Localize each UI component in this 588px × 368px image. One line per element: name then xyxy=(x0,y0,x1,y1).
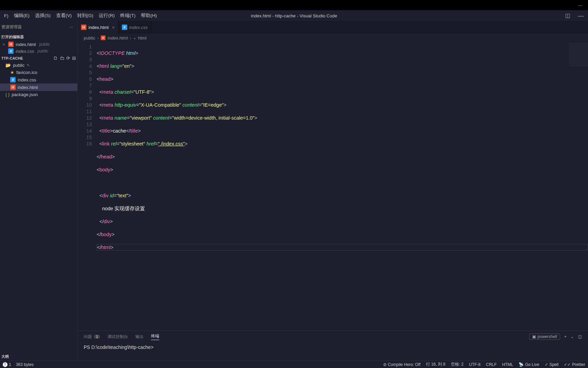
tree-folder-public[interactable]: 📂 public ↖ xyxy=(0,62,77,69)
panel-tab-debug[interactable]: 调试控制台 xyxy=(108,334,128,340)
warning-icon: ! xyxy=(3,362,7,367)
project-header[interactable]: TTP-CACHE 🗋 🗀 ⟳ ⊟ xyxy=(0,55,77,62)
html-file-icon: H xyxy=(101,35,105,40)
breadcrumb-item[interactable]: public xyxy=(84,35,95,41)
window-minimize-icon[interactable]: — xyxy=(578,3,583,8)
open-editor-path: public xyxy=(37,49,48,53)
tree-label: favicon.ico xyxy=(16,70,37,75)
menu-goto[interactable]: 转到(G) xyxy=(75,11,96,20)
check-icon: ✓✓ xyxy=(564,362,571,367)
line-gutter: 12345678 910111213141516 xyxy=(78,42,97,331)
tree-file-html[interactable]: H index.html xyxy=(0,83,77,91)
new-file-icon[interactable]: 🗋 xyxy=(53,56,58,61)
explorer-title: 资源管理器 xyxy=(1,24,22,30)
status-spell[interactable]: ✓ Spell xyxy=(545,362,559,367)
html-file-icon: H xyxy=(10,85,16,90)
status-go-live[interactable]: 📡 Go Live xyxy=(519,362,539,367)
layout-icon[interactable]: ◫ xyxy=(565,12,570,19)
folder-icon: 📂 xyxy=(5,63,11,68)
tree-label: package.json xyxy=(12,92,38,97)
refresh-icon[interactable]: ⟳ xyxy=(66,56,70,61)
project-name: TTP-CACHE xyxy=(1,56,23,60)
tab-index-html[interactable]: H index.html × xyxy=(78,21,118,33)
status-eol[interactable]: CRLF xyxy=(486,362,496,367)
chevron-right-icon: › xyxy=(97,35,99,41)
panel-tab-terminal[interactable]: 终端 xyxy=(151,333,159,340)
json-file-icon: { } xyxy=(5,92,10,97)
tab-label: index.html xyxy=(88,25,109,30)
css-file-icon: # xyxy=(122,25,127,30)
code-content[interactable]: <!DOCTYPE html> <html lang="en"> <head> … xyxy=(97,42,588,331)
menu-run[interactable]: 运行(R) xyxy=(96,11,117,20)
explorer-sidebar: 资源管理器 ⋯ 打开的编辑器 × H index.html public # i… xyxy=(0,21,78,361)
breadcrumb-item[interactable]: index.html xyxy=(108,35,128,41)
chevron-right-icon: › xyxy=(130,35,131,41)
new-terminal-icon[interactable]: + xyxy=(564,334,567,339)
menu-bar: F) 编辑(E) 选择(S) 查看(V) 转到(G) 运行(R) 终端(T) 帮… xyxy=(0,10,588,21)
status-language[interactable]: HTML xyxy=(502,362,513,367)
open-editor-filename: index.css xyxy=(16,49,34,54)
status-prettier[interactable]: ✓✓ Prettier xyxy=(564,362,585,367)
bottom-panel: 问题 1 调试控制台 输出 终端 ▣ powershell + ⌄ ◫ PS D… xyxy=(78,331,588,361)
editor-area: H index.html × # index.css public › H in… xyxy=(78,21,588,361)
status-filesize[interactable]: 363 bytes xyxy=(16,362,34,367)
menu-view[interactable]: 查看(V) xyxy=(53,11,75,20)
status-bar: ! 1 363 bytes ⊘ Compile Hero: Off 行 16, … xyxy=(0,361,588,368)
open-editor-path: public xyxy=(39,42,50,47)
outline-header[interactable]: 大纲 xyxy=(0,353,77,361)
tab-index-css[interactable]: # index.css xyxy=(118,21,151,33)
minimize-icon[interactable]: — xyxy=(578,12,584,19)
minimap[interactable] xyxy=(569,42,588,83)
tree-file-css[interactable]: # index.css xyxy=(0,76,77,83)
status-compile-hero[interactable]: ⊘ Compile Hero: Off xyxy=(383,362,421,367)
tree-file-favicon[interactable]: ★ favicon.ico xyxy=(0,69,77,76)
terminal-icon: ▣ xyxy=(532,334,536,339)
explorer-more-icon[interactable]: ⋯ xyxy=(69,25,73,30)
open-editor-item[interactable]: × H index.html public xyxy=(0,41,77,48)
tag-icon: ⬩ xyxy=(133,35,136,41)
window-title: index.html - http-cache - Visual Studio … xyxy=(251,13,337,18)
css-file-icon: # xyxy=(10,77,16,82)
terminal[interactable]: PS D:\code\teaching\http-cache> xyxy=(78,342,588,361)
editor-tabs: H index.html × # index.css xyxy=(78,21,588,33)
css-file-icon: # xyxy=(8,48,14,54)
status-problems[interactable]: ! 1 xyxy=(3,362,11,367)
status-encoding[interactable]: UTF-8 xyxy=(469,362,480,367)
os-titlebar: — xyxy=(0,0,588,10)
split-terminal-icon[interactable]: ◫ xyxy=(578,334,582,339)
html-file-icon: H xyxy=(81,25,86,30)
html-file-icon: H xyxy=(8,42,14,47)
menu-help[interactable]: 帮助(H) xyxy=(138,11,160,20)
close-icon[interactable]: × xyxy=(112,25,115,30)
terminal-prompt: PS D:\code\teaching\http-cache> xyxy=(84,344,153,350)
cursor-icon: ↖ xyxy=(27,63,30,68)
status-indent[interactable]: 空格: 2 xyxy=(451,362,463,367)
menu-edit[interactable]: 编辑(E) xyxy=(11,11,32,20)
broadcast-icon: 📡 xyxy=(519,362,524,367)
terminal-shell-selector[interactable]: ▣ powershell xyxy=(529,334,560,340)
menu-select[interactable]: 选择(S) xyxy=(32,11,53,20)
code-editor[interactable]: 12345678 910111213141516 <!DOCTYPE html>… xyxy=(78,42,588,331)
tree-label: public xyxy=(13,63,24,68)
ban-icon: ⊘ xyxy=(383,362,387,367)
open-editor-filename: index.html xyxy=(16,42,36,47)
close-icon[interactable]: × xyxy=(1,42,6,47)
tree-file-package-json[interactable]: { } package.json xyxy=(0,91,77,98)
panel-tab-output[interactable]: 输出 xyxy=(135,334,144,340)
menu-terminal[interactable]: 终端(T) xyxy=(117,11,138,20)
favicon-icon: ★ xyxy=(10,70,14,75)
menu-file[interactable]: F) xyxy=(1,12,11,20)
open-editor-item[interactable]: # index.css public xyxy=(0,48,77,55)
panel-tab-problems[interactable]: 问题 1 xyxy=(84,334,100,340)
open-editors-header[interactable]: 打开的编辑器 xyxy=(0,33,77,41)
breadcrumb-item[interactable]: html xyxy=(138,35,147,41)
new-folder-icon[interactable]: 🗀 xyxy=(60,56,64,61)
status-cursor-pos[interactable]: 行 16, 列 8 xyxy=(426,362,445,367)
tree-label: index.html xyxy=(18,85,38,90)
problems-badge: 1 xyxy=(94,335,100,339)
collapse-icon[interactable]: ⊟ xyxy=(72,56,76,61)
check-icon: ✓ xyxy=(545,362,548,367)
tab-label: index.css xyxy=(129,25,148,30)
chevron-down-icon[interactable]: ⌄ xyxy=(571,334,574,339)
breadcrumbs[interactable]: public › H index.html › ⬩ html xyxy=(78,33,588,42)
